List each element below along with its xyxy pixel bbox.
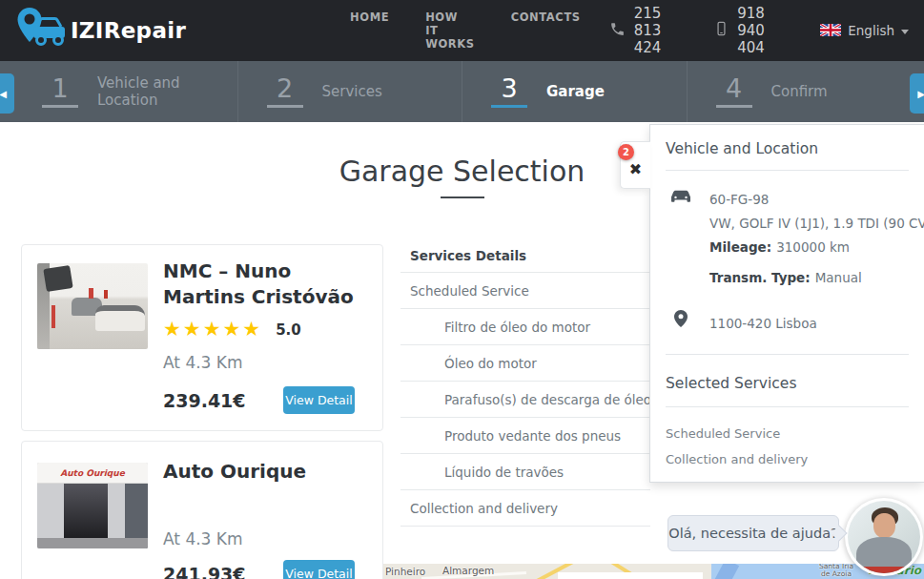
location-pin-icon [674, 310, 688, 331]
step-vehicle-and-location[interactable]: 1 Vehicle and Location [13, 61, 237, 122]
step-underline [42, 105, 78, 108]
rating-value: 5.0 [276, 321, 301, 339]
service-row-liquido-travoes: Líquido de travões [400, 454, 650, 490]
mobile-icon [714, 20, 729, 41]
step-label: Garage [546, 83, 605, 100]
star-rating-icon: ★★★★★ [163, 320, 262, 340]
step-underline [491, 105, 527, 108]
step-services[interactable]: 2 Services [237, 61, 462, 122]
summary-close-button[interactable]: 2 ✖ [620, 141, 650, 189]
chat-greeting-bubble[interactable]: Olá, necessita de ajuda? [667, 515, 839, 551]
map-label-pinheiro: Pinheiro [385, 566, 425, 577]
service-row-oleo-motor: Óleo do motor [400, 345, 650, 382]
map-road [558, 572, 703, 579]
selected-service-item: Collection and delivery [666, 452, 808, 466]
vehicle-model: VW, GOLF IV (1J1), 1.9 TDI (90 CV) [709, 216, 924, 231]
step-prev-arrow-button[interactable]: ◀ [0, 73, 14, 114]
service-row-produto-vedante: Produto vedante dos pneus [400, 418, 650, 454]
garages-map[interactable]: Pinheiro Almargem Santa Iria de Azoia Es… [383, 564, 924, 579]
step-number: 2 [277, 75, 293, 101]
step-number: 4 [726, 75, 742, 101]
divider [666, 406, 909, 407]
vehicle-location-header: Vehicle and Location [666, 140, 818, 157]
garage-price: 241.93€ [163, 564, 246, 579]
notification-badge: 2 [618, 144, 634, 160]
phone-icon [609, 21, 626, 41]
step-next-arrow-button[interactable]: ▶ [910, 73, 924, 114]
language-selector[interactable]: English [820, 22, 909, 40]
garage-distance: At 4.3 Km [163, 353, 243, 372]
brand-logo[interactable]: IZIRepair [15, 7, 186, 54]
steps: 1 Vehicle and Location 2 Services 3 Gara… [13, 61, 911, 122]
vehicle-plate: 60-FG-98 [709, 192, 769, 207]
step-label: Confirm [771, 83, 828, 100]
chat-message: Olá, necessita de ajuda? [668, 526, 838, 541]
divider [666, 170, 909, 171]
main-nav: HOME HOW IT WORKS CONTACTS [350, 10, 581, 51]
brand-pin-car-icon [15, 7, 67, 54]
garage-name: NMC – Nuno Martins Cristóvão [163, 258, 375, 310]
garage-card-auto-ourique: Auto Ourique Auto Ourique At 4.3 Km 241.… [21, 441, 383, 579]
mobile-phone[interactable]: 918 940 404 [714, 5, 790, 56]
services-details-header: Services Details [400, 238, 650, 273]
selected-service-item: Scheduled Service [666, 426, 780, 441]
view-detail-button[interactable]: View Detail [283, 560, 355, 579]
vehicle-mileage: Mileage:310000 km [709, 239, 850, 255]
service-row-parafuso: Parafuso(s) de descarga de óleo [400, 382, 650, 418]
step-number: 1 [51, 75, 68, 101]
storefront-sign-text: Auto Ourique [60, 468, 125, 478]
close-icon: ✖ [629, 160, 642, 178]
chevron-down-icon [901, 30, 909, 34]
service-row-collection-delivery: Collection and delivery [400, 490, 650, 527]
view-detail-button[interactable]: View Detail [283, 386, 355, 414]
garage-photo-workshop [37, 263, 148, 349]
service-row-filtro-oleo: Filtro de óleo do motor [400, 309, 650, 345]
garage-name: Auto Ourique [163, 459, 375, 485]
step-underline [267, 105, 303, 108]
garage-rating: ★★★★★ 5.0 [163, 320, 301, 340]
step-garage-active[interactable]: 3 Garage [462, 61, 687, 122]
garage-distance: At 4.3 Km [163, 529, 243, 548]
mobile-number: 918 940 404 [737, 5, 790, 56]
top-navbar: IZIRepair HOME HOW IT WORKS CONTACTS 215… [0, 0, 924, 61]
map-label-almargem: Almargem [442, 565, 494, 576]
garage-photo-storefront: Auto Ourique [37, 463, 148, 548]
vehicle-transmission: Transm. Type:Manual [709, 270, 862, 285]
step-label: Services [322, 83, 382, 100]
nav-link-how-it-works[interactable]: HOW IT WORKS [425, 10, 475, 51]
step-confirm[interactable]: 4 Confirm [687, 61, 912, 122]
service-row-scheduled-service: Scheduled Service [400, 273, 650, 309]
user-location: 1100-420 Lisboa [709, 316, 817, 331]
nav-link-home[interactable]: HOME [350, 10, 389, 51]
step-underline [716, 105, 752, 108]
landline-phone[interactable]: 215 813 424 [609, 5, 686, 56]
car-icon [669, 188, 692, 208]
vehicle-summary-panel: Vehicle and Location 60-FG-98 VW, GOLF I… [649, 124, 924, 483]
services-details-table: Services Details Scheduled Service Filtr… [400, 238, 650, 527]
selected-services-header: Selected Services [666, 375, 796, 392]
title-underline [441, 196, 484, 198]
divider [666, 354, 909, 355]
nav-link-contacts[interactable]: CONTACTS [511, 10, 581, 51]
izirepair-booking-page: IZIRepair HOME HOW IT WORKS CONTACTS 215… [0, 0, 924, 579]
step-progress-bar: ◀ 1 Vehicle and Location 2 Services 3 Ga… [0, 61, 924, 122]
brand-name: IZIRepair [71, 18, 186, 43]
language-label: English [848, 23, 894, 38]
garage-card-nmc: NMC – Nuno Martins Cristóvão ★★★★★ 5.0 A… [21, 244, 383, 431]
map-label-santa-iria: Santa Iria de Azoia [814, 564, 858, 578]
garage-price: 239.41€ [163, 390, 246, 411]
chat-agent-avatar[interactable] [845, 498, 923, 576]
uk-flag-icon [820, 22, 841, 40]
agent-photo [848, 501, 920, 573]
step-number: 3 [501, 75, 517, 101]
landline-number: 215 813 424 [634, 5, 686, 56]
step-label: Vehicle and Location [97, 74, 237, 109]
